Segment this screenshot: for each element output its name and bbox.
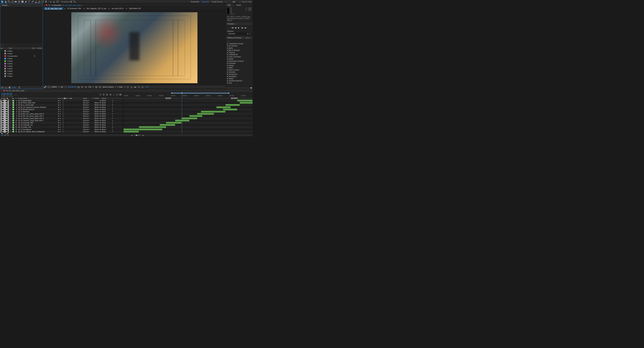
pixel-aspect-icon[interactable] bbox=[127, 86, 129, 88]
project-item[interactable]: Folder bbox=[0, 65, 42, 67]
effect-category[interactable]: ▶Channel bbox=[226, 51, 253, 54]
col-size[interactable]: Size bbox=[25, 47, 35, 49]
layer-clip[interactable] bbox=[223, 108, 237, 110]
exposure-value[interactable]: +0.0 bbox=[145, 86, 148, 88]
effect-category[interactable]: ▶Obsolete bbox=[226, 71, 253, 73]
axis-world[interactable] bbox=[53, 0, 56, 3]
effect-category[interactable]: ▶Noise & Grain bbox=[226, 69, 253, 71]
help-search[interactable]: ⌕ Search Help bbox=[240, 1, 252, 3]
layer-clip[interactable] bbox=[201, 111, 226, 112]
layer-row[interactable]: ▸ 5 ▣ 24 Slo Mo Spray A ⬘⬘╲ Norma▼ None▼… bbox=[0, 108, 123, 110]
current-timecode[interactable]: 0:00:35:20 bbox=[1, 92, 13, 95]
effect-category[interactable]: ▶CINEMA 4D bbox=[226, 54, 253, 56]
layer-row[interactable]: ▸ 11 ▣ 14 Cascade_360 ⬘⬘╲ Norma▼ None▼ ⊚… bbox=[0, 122, 123, 124]
timeline-icon[interactable] bbox=[134, 86, 136, 88]
layer-clip[interactable] bbox=[124, 128, 162, 130]
comp-name[interactable]: 01_01_real_time_sync bbox=[63, 4, 81, 6]
brackets-icon[interactable]: {} bbox=[7, 134, 9, 136]
view-layout[interactable]: 1 View bbox=[118, 86, 123, 88]
flowchart-item[interactable]: Light Wave 120 bbox=[128, 7, 142, 10]
col-source[interactable]: Source Name bbox=[18, 98, 58, 99]
flowchart-icon[interactable] bbox=[138, 86, 140, 88]
layer-clip[interactable] bbox=[197, 113, 214, 115]
interpret-icon[interactable] bbox=[1, 86, 3, 88]
project-item[interactable]: Folder bbox=[0, 57, 42, 60]
effect-category[interactable]: ▶Synthetic Aperture bbox=[226, 80, 253, 82]
play-icon[interactable]: ▶ bbox=[238, 27, 240, 29]
new-comp-icon[interactable] bbox=[8, 86, 11, 88]
audio-tab[interactable]: Audio bbox=[235, 3, 243, 7]
snap-toggle-icon[interactable] bbox=[70, 0, 73, 3]
layer-row[interactable]: ▸ 4 ▣ 02_01_Improved_Screen_Redraw ⬘⬘╲ N… bbox=[0, 106, 123, 108]
graph-editor-icon[interactable] bbox=[112, 93, 115, 96]
layer-row[interactable]: ▸ 15 ▣ 04_01_Adobe_Stock_Integration ⬘⬘╲… bbox=[0, 130, 123, 133]
close-tab-icon[interactable]: × bbox=[44, 4, 45, 6]
layer-clip[interactable] bbox=[216, 106, 231, 108]
zoom-in-icon[interactable]: ▲ bbox=[142, 134, 144, 136]
project-item[interactable]: Folder bbox=[0, 52, 42, 55]
layer-row[interactable]: ▸ 10 ▣ 15 Camera_Track_Ride color 1 ⬘⬘╲ … bbox=[0, 120, 123, 122]
folder-icon[interactable] bbox=[5, 86, 7, 88]
effect-category[interactable]: ▶Matte bbox=[226, 66, 253, 69]
reset-exposure-icon[interactable] bbox=[142, 86, 144, 88]
layer-clip[interactable] bbox=[166, 122, 182, 124]
library-tab[interactable]: Libra bbox=[245, 37, 249, 39]
timeline-search[interactable]: ⌕▾ bbox=[15, 94, 17, 96]
effect-category[interactable]: ▶Blur & Sharpen bbox=[226, 49, 253, 51]
project-item[interactable]: Folder bbox=[0, 50, 42, 52]
workspace-small[interactable]: Small Screen bbox=[212, 1, 222, 3]
zoom-out-icon[interactable]: ▲ bbox=[131, 134, 133, 136]
effect-category[interactable]: ▶Keying bbox=[226, 64, 253, 66]
project-item[interactable]: Folder bbox=[0, 70, 42, 72]
col-label-icon[interactable]: ◆ bbox=[1, 47, 6, 49]
project-search[interactable]: ⌕▾ bbox=[0, 43, 42, 47]
next-frame-icon[interactable]: |▶ bbox=[242, 27, 244, 29]
toggle-modes-icon[interactable]: ⊟ bbox=[4, 134, 6, 136]
effect-category[interactable]: ▶* Animation Presets bbox=[226, 42, 253, 45]
effect-category[interactable]: ▶Stylize bbox=[226, 78, 253, 80]
layer-clip[interactable] bbox=[175, 120, 190, 122]
timeline-tab[interactable]: × 01_01_real_time_sync ≡ bbox=[0, 89, 253, 92]
selection-tool[interactable] bbox=[1, 0, 4, 3]
tab-menu-icon[interactable]: ≡ bbox=[82, 4, 83, 6]
roto-tool[interactable] bbox=[41, 0, 44, 3]
prev-frame-icon[interactable]: ◀| bbox=[235, 27, 237, 29]
workspace-essentials[interactable]: Essentials bbox=[191, 1, 199, 3]
layer-clip[interactable] bbox=[190, 115, 202, 117]
toggle-switches-icon[interactable]: ⊞ bbox=[1, 134, 3, 136]
panel-overflow-icon[interactable]: » bbox=[250, 37, 251, 39]
motion-blur-icon[interactable] bbox=[109, 93, 112, 96]
info-tab[interactable]: Info bbox=[226, 3, 232, 7]
col-mode[interactable]: Mode bbox=[83, 98, 92, 99]
first-frame-icon[interactable]: |◀ bbox=[231, 27, 234, 29]
close-timeline-icon[interactable]: × bbox=[1, 90, 2, 92]
flowchart-item[interactable]: sun rays 120 v1 bbox=[110, 7, 125, 10]
workspace-standard[interactable]: Standard bbox=[202, 1, 209, 3]
rotate-tool[interactable] bbox=[11, 0, 14, 3]
preview-tab[interactable]: Preview≡ bbox=[226, 22, 253, 26]
layer-row[interactable]: ▸ 13 ▣ 12 snake_ride ⬘⬘╲ Norma▼ None▼ ⊚N… bbox=[0, 126, 123, 128]
eraser-tool[interactable] bbox=[38, 0, 41, 3]
layer-row[interactable]: ▸ 8 ▣ 16 Slo_mo_carve_spray color 1 ⬘⬘╲ … bbox=[0, 115, 123, 117]
roi-icon[interactable] bbox=[64, 86, 67, 88]
project-item[interactable]: Folder bbox=[0, 72, 42, 75]
layer-row[interactable]: ▸ 3 ▦ 25_s_curves.mp4 ⬘⬘╲ Norma▼ None▼ ⊚… bbox=[0, 104, 123, 106]
layer-clip[interactable] bbox=[160, 124, 175, 126]
puppet-tool[interactable] bbox=[44, 0, 48, 3]
flowchart-item[interactable]: 01_01_real_time_sync bbox=[44, 7, 64, 10]
col-swatch[interactable] bbox=[6, 47, 8, 49]
effect-category[interactable]: ▶Color Correction bbox=[226, 56, 253, 58]
col-parent[interactable]: Parent bbox=[102, 98, 112, 99]
layer-clip[interactable] bbox=[124, 131, 139, 132]
last-frame-icon[interactable]: ▶| bbox=[245, 27, 247, 29]
project-tab[interactable]: Project≡ bbox=[0, 4, 42, 7]
layer-row[interactable]: ▸ 1 ▣ 22 Quad Malia ⬘⬘╲ Norma▼ ⊚None▼ bbox=[0, 100, 123, 102]
snapshot-icon[interactable] bbox=[77, 86, 80, 88]
zoom-slider[interactable] bbox=[134, 135, 141, 136]
project-item[interactable]: Folder bbox=[0, 62, 42, 65]
fast-preview-icon[interactable] bbox=[130, 86, 133, 88]
pen-tool[interactable] bbox=[24, 0, 27, 3]
loop-out-marker[interactable]: Loop Out bbox=[231, 98, 238, 99]
color-mgmt-icon[interactable] bbox=[85, 86, 87, 88]
layer-clip[interactable] bbox=[240, 102, 253, 104]
